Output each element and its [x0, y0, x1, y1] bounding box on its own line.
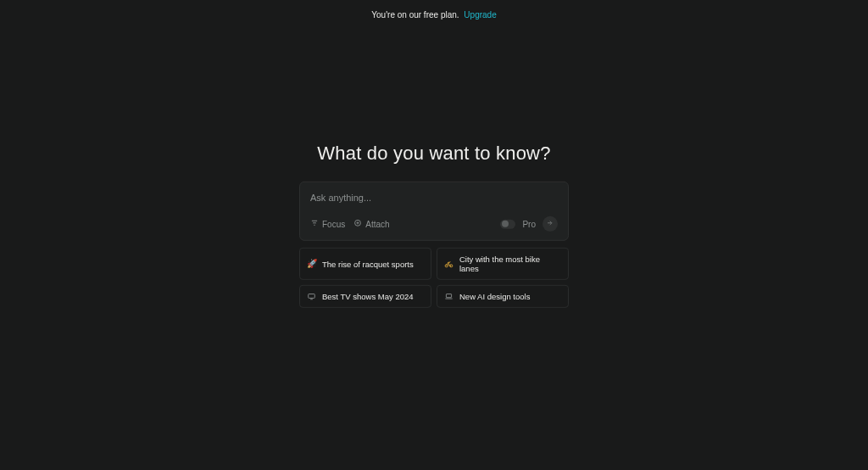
arrow-right-icon — [546, 219, 554, 229]
svg-rect-9 — [309, 294, 315, 299]
search-left-controls: Focus Attach — [310, 219, 390, 229]
rocket-icon: 🚀 — [307, 259, 316, 268]
attach-label: Attach — [365, 219, 389, 228]
focus-button[interactable]: Focus — [310, 219, 345, 229]
page-title: What do you want to know? — [317, 143, 550, 165]
upgrade-link[interactable]: Upgrade — [464, 10, 496, 20]
submit-button[interactable] — [542, 216, 558, 232]
search-right-controls: Pro — [500, 216, 558, 232]
bike-icon — [444, 259, 453, 268]
suggestion-card[interactable]: Best TV shows May 2024 — [299, 285, 431, 308]
suggestion-label: New AI design tools — [459, 292, 530, 301]
plus-circle-icon — [353, 219, 362, 229]
suggestion-card[interactable]: 🚀 The rise of racquet sports — [299, 248, 431, 280]
suggestion-card[interactable]: City with the most bike lanes — [437, 248, 569, 280]
pro-toggle-thumb — [502, 221, 509, 227]
search-input[interactable] — [310, 193, 558, 203]
search-controls: Focus Attach Pro — [310, 216, 558, 232]
suggestion-label: City with the most bike lanes — [459, 255, 561, 273]
plan-banner-text: You're on our free plan. — [371, 10, 459, 20]
suggestion-grid: 🚀 The rise of racquet sports City with t… — [299, 248, 569, 308]
focus-label: Focus — [322, 219, 345, 228]
pro-toggle[interactable] — [500, 219, 515, 228]
search-box: Focus Attach Pro — [299, 182, 569, 241]
svg-rect-11 — [446, 294, 451, 298]
tv-icon — [307, 292, 316, 301]
suggestion-label: The rise of racquet sports — [322, 259, 414, 268]
plan-banner: You're on our free plan. Upgrade — [0, 10, 868, 20]
laptop-icon — [444, 292, 453, 301]
main-area: What do you want to know? Focus — [299, 143, 569, 308]
suggestion-card[interactable]: New AI design tools — [437, 285, 569, 308]
attach-button[interactable]: Attach — [353, 219, 389, 229]
svg-point-7 — [445, 264, 448, 266]
pro-label: Pro — [522, 219, 536, 228]
suggestion-label: Best TV shows May 2024 — [322, 292, 414, 301]
focus-icon — [310, 219, 319, 229]
